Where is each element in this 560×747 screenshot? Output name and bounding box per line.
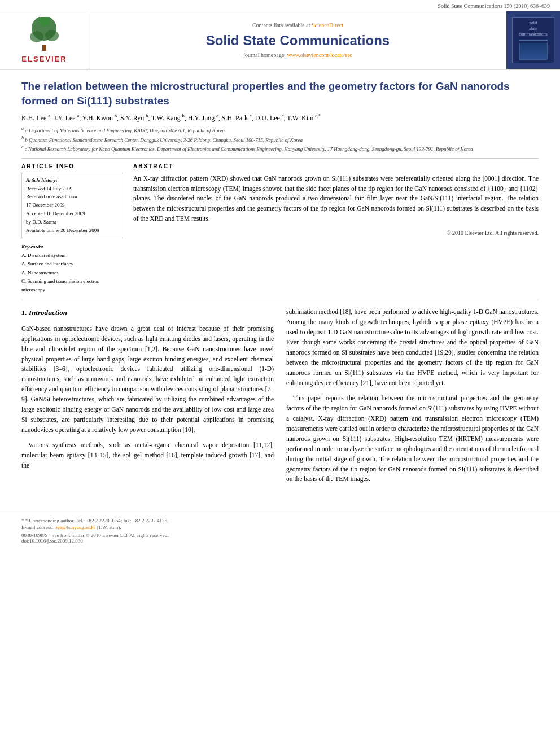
col1-paragraph-1: GaN-based nanostructures have drawn a gr… <box>21 324 274 435</box>
body-col-left: 1. Introduction GaN-based nanostructures… <box>21 307 274 484</box>
paper-title: The relation between the microstructural… <box>21 79 539 108</box>
homepage-line: journal homepage: www.elsevier.com/locat… <box>243 52 352 58</box>
affiliation-b: b b Quantum Functional Semiconductor Res… <box>21 135 539 145</box>
cover-lines <box>519 43 548 60</box>
svg-point-2 <box>30 31 43 42</box>
journal-cover-box: solidstatecommunications <box>512 17 554 63</box>
affiliation-c: c c National Research Laboratory for Nan… <box>21 144 539 154</box>
email-label: E-mail address: <box>21 525 53 530</box>
col2-paragraph-1: sublimation method [18], have been perfo… <box>286 307 539 388</box>
body-two-col: 1. Introduction GaN-based nanostructures… <box>21 307 539 484</box>
history-label: Article history: <box>26 176 119 185</box>
affiliation-a: a a Department of Materials Science and … <box>21 125 539 135</box>
online-label: Available online 28 December 2009 <box>26 226 119 235</box>
col2-paragraph-2: This paper reports the relation between … <box>286 394 539 484</box>
section-1-title: 1. Introduction <box>21 307 274 318</box>
journal-main-title: Solid State Communications <box>206 33 390 49</box>
cover-title: solidstatecommunications <box>519 20 548 37</box>
main-body: 1. Introduction GaN-based nanostructures… <box>0 307 560 496</box>
divider-2 <box>21 300 539 300</box>
keyword-1: A. Disordered system <box>21 251 123 260</box>
copyright-notice: © 2010 Elsevier Ltd. All rights reserved… <box>133 230 539 236</box>
corresponding-author: * * Corresponding author. Tel.: +82 2 22… <box>21 518 539 523</box>
svg-rect-0 <box>42 45 46 51</box>
divider-1 <box>21 158 539 159</box>
body-col-right: sublimation method [18], have been perfo… <box>286 307 539 484</box>
contents-available: Contents lists available at ScienceDirec… <box>252 22 343 28</box>
svg-point-3 <box>45 30 59 41</box>
authors-line: K.H. Lee a, J.Y. Lee a, Y.H. Kwon b, S.Y… <box>21 113 539 123</box>
revised-date: 17 December 2009 <box>26 201 119 209</box>
elsevier-logo-area: ELSEVIER <box>0 11 89 69</box>
cover-decoration <box>519 40 548 41</box>
affiliations: a a Department of Materials Science and … <box>21 125 539 154</box>
sciencedirect-link[interactable]: ScienceDirect <box>312 22 343 28</box>
email-line: E-mail address: twk@hanyang.ac.kr (T.W. … <box>21 525 539 530</box>
abstract-heading: ABSTRACT <box>133 163 539 169</box>
received-date: Received 14 July 2009 <box>26 185 119 193</box>
accepted-label: Accepted 18 December 2009 <box>26 209 119 218</box>
keyword-4: C. Scanning and transmission electron mi… <box>21 277 123 295</box>
accepted-by: by D.D. Sarma <box>26 218 119 226</box>
email-suffix: (T.W. Kim). <box>97 525 121 530</box>
elsevier-wordmark: ELSEVIER <box>21 55 67 63</box>
top-banner: ELSEVIER Contents lists available at Sci… <box>0 11 560 70</box>
elsevier-logo: ELSEVIER <box>21 17 67 63</box>
col1-paragraph-2: Various synthesis methods, such as metal… <box>21 440 274 471</box>
email-link[interactable]: twk@hanyang.ac.kr <box>54 525 95 530</box>
article-history-box: Article history: Received 14 July 2009 R… <box>21 173 123 238</box>
issn-line: 0038-1098/$ – see front matter © 2010 El… <box>21 532 539 538</box>
journal-title-area: Contents lists available at ScienceDirec… <box>89 11 506 69</box>
footnote-text: * Corresponding author. Tel.: +82 2 2220… <box>25 518 169 523</box>
keyword-3: A. Nanostructures <box>21 269 123 277</box>
journal-cover-area: solidstatecommunications <box>506 11 560 69</box>
journal-citation: Solid State Communications 150 (2010) 63… <box>438 3 550 9</box>
elsevier-tree-icon <box>29 17 60 51</box>
info-abstract-row: ARTICLE INFO Article history: Received 1… <box>21 163 539 295</box>
keyword-2: A. Surface and interfaces <box>21 260 123 268</box>
doi-line: doi:10.1016/j.ssc.2009.12.030 <box>21 538 539 544</box>
journal-header: Solid State Communications 150 (2010) 63… <box>0 0 560 11</box>
keywords-section: Keywords: A. Disordered system A. Surfac… <box>21 243 123 295</box>
article-info-heading: ARTICLE INFO <box>21 163 123 169</box>
paper-content: The relation between the microstructural… <box>0 70 560 300</box>
article-info-col: ARTICLE INFO Article history: Received 1… <box>21 163 123 295</box>
revised-label: Received in revised form <box>26 193 119 201</box>
footer: * * Corresponding author. Tel.: +82 2 22… <box>0 513 560 548</box>
abstract-text: An X-ray diffraction pattern (XRD) showe… <box>133 174 539 224</box>
abstract-col: ABSTRACT An X-ray diffraction pattern (X… <box>133 163 539 295</box>
keywords-heading: Keywords: <box>21 243 123 251</box>
homepage-url[interactable]: www.elsevier.com/locate/ssc <box>287 52 352 58</box>
footnote-star-symbol: * <box>21 518 25 523</box>
